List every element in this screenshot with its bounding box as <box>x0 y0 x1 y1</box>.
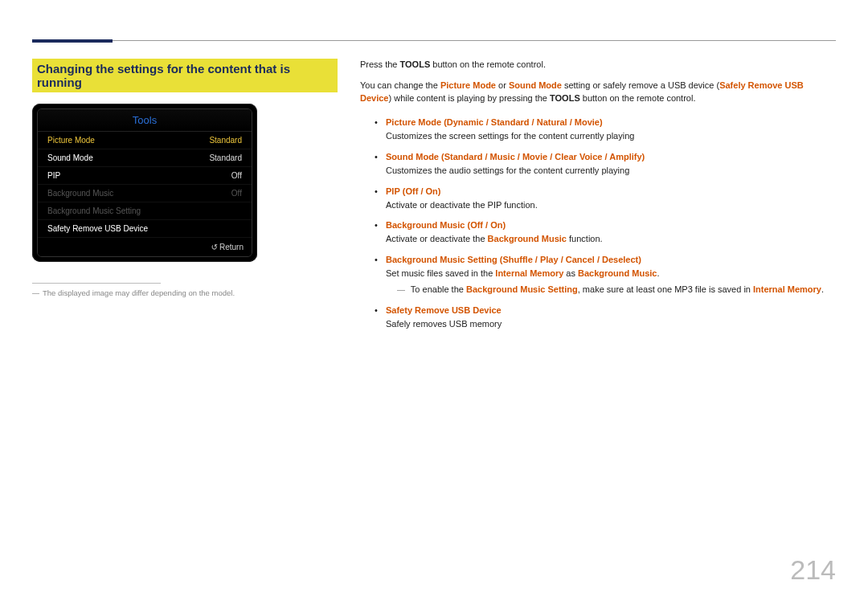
section-title: Changing the settings for the content th… <box>32 59 338 92</box>
menu-label: Background Music <box>47 189 113 198</box>
bullet-safety-remove: Safety Remove USB Device Safely removes … <box>375 304 836 331</box>
return-label: Return <box>219 243 244 251</box>
menu-row-sound-mode[interactable]: Sound Mode Standard <box>38 149 252 167</box>
return-icon: ↻ <box>211 243 218 251</box>
page-number: 214 <box>790 554 836 586</box>
menu-label: Sound Mode <box>47 153 93 162</box>
bgms-subnote: To enable the Background Music Setting, … <box>397 284 836 296</box>
menu-value: Standard <box>209 136 242 145</box>
bullet-pip: PIP (Off / On) Activate or deactivate th… <box>375 186 836 212</box>
device-tools-panel: Tools Picture Mode Standard Sound Mode S… <box>32 104 257 262</box>
menu-label: PIP <box>47 171 60 180</box>
tools-menu: Picture Mode Standard Sound Mode Standar… <box>38 132 252 238</box>
tools-footer: ↻Return <box>38 238 252 256</box>
menu-label: Safety Remove USB Device <box>47 224 148 233</box>
menu-row-safety-remove[interactable]: Safety Remove USB Device <box>38 220 252 238</box>
intro-line-1: Press the TOOLS button on the remote con… <box>360 59 836 72</box>
footnote-rule <box>32 283 161 284</box>
menu-row-pip[interactable]: PIP Off <box>38 167 252 185</box>
bullet-picture-mode: Picture Mode (Dynamic / Standard / Natur… <box>375 116 836 143</box>
top-rule <box>32 40 836 41</box>
menu-label: Background Music Setting <box>47 206 141 215</box>
menu-row-picture-mode[interactable]: Picture Mode Standard <box>38 132 252 149</box>
model-footnote: The displayed image may differ depending… <box>32 288 338 297</box>
menu-value: Off <box>231 171 242 180</box>
bullet-background-music-setting: Background Music Setting (Shuffle / Play… <box>375 254 836 296</box>
menu-label: Picture Mode <box>47 136 95 145</box>
menu-value: Off <box>231 189 242 198</box>
intro-line-2: You can change the Picture Mode or Sound… <box>360 80 836 105</box>
tools-header: Tools <box>38 109 252 132</box>
menu-row-background-music-setting: Background Music Setting <box>38 202 252 220</box>
menu-row-background-music: Background Music Off <box>38 185 252 202</box>
bullet-background-music: Background Music (Off / On) Activate or … <box>375 219 836 246</box>
bullet-sound-mode: Sound Mode (Standard / Music / Movie / C… <box>375 151 836 178</box>
menu-value: Standard <box>209 153 242 162</box>
